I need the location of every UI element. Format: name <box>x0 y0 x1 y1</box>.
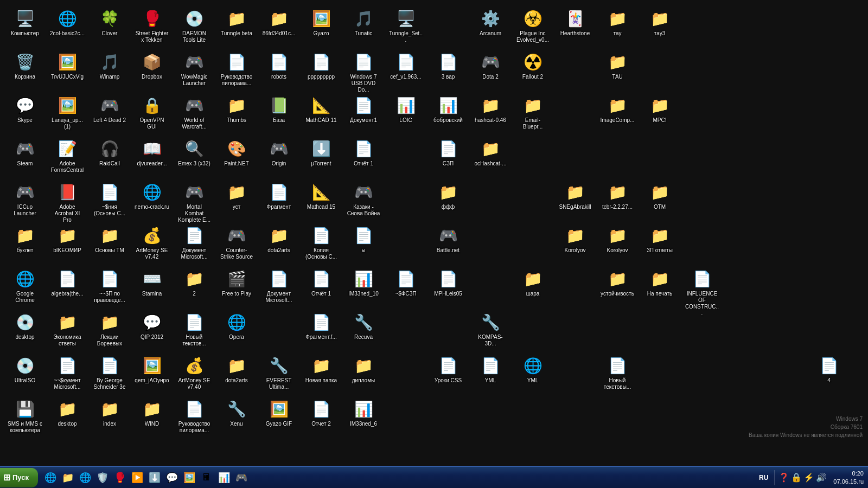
desktop-icon-mathcad11[interactable]: 📐MathCAD 11 <box>302 92 341 126</box>
desktop-icon-fff[interactable]: 📁ффф <box>429 179 468 213</box>
desktop-icon-mphleis[interactable]: 📄MPHLeis05 <box>429 266 468 299</box>
desktop-icon-paintnet[interactable]: 🎨Paint.NET <box>217 136 256 169</box>
taskbar-skype-icon[interactable]: 💬 <box>164 470 180 486</box>
desktop-icon-diplomy[interactable]: 📁дипломы <box>344 352 383 386</box>
desktop-icon-everest[interactable]: 🔧EVEREST Ultima... <box>259 352 298 393</box>
desktop-icon-desktop1[interactable]: 💿desktop <box>5 309 44 343</box>
desktop-icon-linia[interactable]: 📄~$ния (Основы С... <box>90 179 129 219</box>
desktop-icon-artmoney40[interactable]: 💰ArtMoney SE v7.40 <box>175 352 214 393</box>
desktop-icon-free-to-play[interactable]: 🎬Free to Play <box>217 266 256 299</box>
desktop-icon-lanaya[interactable]: 🖼️Lanaya_up...(1) <box>48 92 87 132</box>
desktop-icon-mpci[interactable]: 📁MPC! <box>640 92 679 126</box>
desktop-icon-shara[interactable]: 📁шара <box>513 266 552 299</box>
desktop-icon-noviy-tekst2[interactable]: 📄Новый текстовы... <box>598 352 637 393</box>
desktop-icon-thumbs[interactable]: 📁Thumbs <box>217 92 256 126</box>
desktop-icon-mathcad15[interactable]: 📐Mathcad 15 <box>302 179 341 213</box>
desktop-icon-doc1[interactable]: 📄Документ1 <box>344 92 383 126</box>
desktop-icon-skype[interactable]: 💬Skype <box>5 92 44 126</box>
taskbar-mortal-icon[interactable]: 🥊 <box>112 470 128 486</box>
desktop-icon-algebra[interactable]: 📄algebra(the... <box>48 266 87 299</box>
desktop-icon-yml2[interactable]: 🌐YML <box>513 352 552 386</box>
desktop-icon-tau2[interactable]: 📁тау3 <box>640 5 679 39</box>
desktop-icon-influence[interactable]: 📄INFLUENCE OF CONSTRUC... <box>682 266 722 319</box>
desktop-icon-tunatic[interactable]: 🎵Tunatic <box>344 5 383 39</box>
desktop-icon-im33ned10[interactable]: 📊IM33ned_10 <box>344 266 383 299</box>
desktop-icon-kopiya[interactable]: 📄Копия (Основы С... <box>302 222 341 262</box>
desktop-icon-fp-pravo[interactable]: 📄~~$П по правоведе... <box>90 266 129 306</box>
desktop-icon-recuva[interactable]: 🔧Recuva <box>344 309 383 343</box>
desktop-icon-bobrovskiy[interactable]: 📊бобровский <box>429 92 468 126</box>
start-button[interactable]: ⊞ Пуск <box>0 468 38 487</box>
desktop-icon-y[interactable]: 📄ы <box>344 222 383 256</box>
desktop-icon-qip2012[interactable]: 💬QIP 2012 <box>132 309 171 343</box>
desktop-icon-computer[interactable]: 🖥️Компьютер <box>5 5 44 39</box>
desktop-icon-otchet1-2[interactable]: 📄Отчёт 1 <box>302 266 341 299</box>
desktop-icon-na-pechat[interactable]: 📁На печать <box>640 266 679 299</box>
desktop-icon-kompas[interactable]: 🔧KOMPAS-3D... <box>471 309 510 349</box>
desktop-icon-left4dead[interactable]: 🎮Left 4 Dead 2 <box>90 92 129 126</box>
desktop-icon-fallout2[interactable]: ☢️Fallout 2 <box>513 49 552 82</box>
desktop-icon-lekcii[interactable]: 📁Лекции Бореевых <box>90 309 129 349</box>
desktop-icon-tau1[interactable]: 📁тау <box>598 5 637 39</box>
desktop-icon-winamp[interactable]: 🎵Winamp <box>90 49 129 82</box>
desktop-icon-noviy-tekst[interactable]: 📄Новый текстов... <box>175 309 214 349</box>
desktop-icon-pppppp[interactable]: 📄ррррррррр <box>302 49 341 82</box>
desktop-icon-uroki-css[interactable]: 📄Уроки CSS <box>429 352 468 386</box>
desktop-icon-4[interactable]: 📄4 <box>809 352 848 386</box>
desktop-icon-google-chrome[interactable]: 🌐Google Chrome <box>5 266 44 306</box>
desktop-icon-street-fighter[interactable]: 🥊Street Fighter x Tekken <box>132 5 171 46</box>
desktop-icon-tcbr[interactable]: 📁tcbr-2.2.27... <box>598 179 637 213</box>
taskbar-explorer-icon[interactable]: 📁 <box>60 470 76 486</box>
desktop-icon-win7usb[interactable]: 📄Windows 7 USB DVD Do... <box>344 49 383 95</box>
desktop-icon-2col-basic[interactable]: 🌐2col-basic2c... <box>48 5 87 39</box>
desktop-icon-hearthstone[interactable]: 🃏Hearthstone <box>556 5 595 39</box>
taskbar-chrome2-icon[interactable]: 🌐 <box>77 470 93 486</box>
desktop-icon-kazaki[interactable]: 🎮Казаки - Снова Война <box>344 179 383 219</box>
desktop-icon-otchet2[interactable]: 📄Отчет 2 <box>302 396 341 429</box>
desktop-icon-dokument-ms[interactable]: 📄Документ Microsoft... <box>175 222 214 262</box>
desktop-icon-3var[interactable]: 📄3 вар <box>429 49 468 82</box>
desktop-icon-korolyov2[interactable]: 📁Korolyov <box>598 222 637 256</box>
desktop-icon-dokument-ms2[interactable]: 📄Документ Microsoft... <box>259 266 298 306</box>
taskbar-calc-icon[interactable]: 🖩 <box>199 470 215 486</box>
desktop-icon-yml1[interactable]: 📄YML <box>471 352 510 386</box>
desktop-icon-gyazo[interactable]: 🖼️Gyazo <box>302 5 341 39</box>
desktop-icon-xenu[interactable]: 🔧Xenu <box>217 396 256 429</box>
language-indicator[interactable]: RU <box>759 474 768 481</box>
power-icon[interactable]: ⚡ <box>803 472 814 483</box>
desktop-icon-dropbox[interactable]: 📦Dropbox <box>132 49 171 82</box>
desktop-icon-worldofwarcraft[interactable]: 🎮World of Warcraft... <box>175 92 214 132</box>
desktop-icon-iccup[interactable]: 🎮ICCup Launcher <box>5 179 44 219</box>
desktop-icon-steam[interactable]: 🎮Steam <box>5 136 44 169</box>
desktop-icon-stamina[interactable]: ⌨️Stamina <box>132 266 171 299</box>
desktop-icon-clover[interactable]: 🍀Clover <box>90 5 129 39</box>
desktop-icon-s3p[interactable]: 📄СЗП <box>429 136 468 169</box>
desktop-icon-gyazo-gif[interactable]: 🖼️Gyazo GIF <box>259 396 298 429</box>
taskbar-media-icon[interactable]: ▶️ <box>129 470 145 486</box>
desktop-icon-fs3p[interactable]: 📄~$ФСЗП <box>386 266 425 299</box>
desktop-icon-tunngle-set[interactable]: 🖥️Tunngle_Set... <box>386 5 425 46</box>
desktop-icon-86f[interactable]: 📁86fd34d01c... <box>259 5 298 39</box>
desktop-icon-buklet[interactable]: 📁буклет <box>5 222 44 256</box>
desktop-icon-2[interactable]: 📁2 <box>175 266 214 299</box>
taskbar-malware-icon[interactable]: 🛡️ <box>94 470 111 486</box>
taskbar-game-icon[interactable]: 🎮 <box>233 470 250 486</box>
desktop-icon-novaya-papka[interactable]: 📁Новая папка <box>302 352 341 386</box>
desktop-icon-emex3[interactable]: 🔍Emex 3 (x32) <box>175 136 214 169</box>
desktop-icon-desktop2[interactable]: 📁desktop <box>48 396 87 429</box>
desktop-icon-artmoney42[interactable]: 💰ArtMoney SE v7.42 <box>132 222 171 262</box>
desktop-icon-korolyov1[interactable]: 📁Korolyov <box>556 222 595 256</box>
desktop-icon-3p-otvety[interactable]: 📁3П ответы <box>640 222 679 256</box>
desktop-icon-qem[interactable]: 🖼️qem_jAOyнpo <box>132 352 171 386</box>
desktop-icon-adobe-forms[interactable]: 📝Adobe FormsCentral <box>48 136 87 176</box>
desktop-icon-utorrent[interactable]: ⬇️µTorrent <box>302 136 341 169</box>
desktop-icon-fragment2[interactable]: 📄Фрагмент.f... <box>302 309 341 343</box>
desktop-icon-daemon-tools[interactable]: 💿DAEMON Tools Lite <box>175 5 214 46</box>
desktop-icon-trvujuc[interactable]: 🖼️TrvUJUCxVlg <box>48 49 87 82</box>
desktop-icon-index[interactable]: 📁index <box>90 396 129 429</box>
vpn-icon[interactable]: 🔒 <box>791 472 802 483</box>
desktop-icon-counter-strike[interactable]: 🎮Counter-Strike Source <box>217 222 256 262</box>
desktop-icon-snegabrakill[interactable]: 📁SNEgAbrakill <box>556 179 595 213</box>
desktop-icon-tau3[interactable]: 📁ТАU <box>598 49 637 82</box>
desktop-icon-email-blupr[interactable]: 📁Email-Blueрr... <box>513 92 552 132</box>
